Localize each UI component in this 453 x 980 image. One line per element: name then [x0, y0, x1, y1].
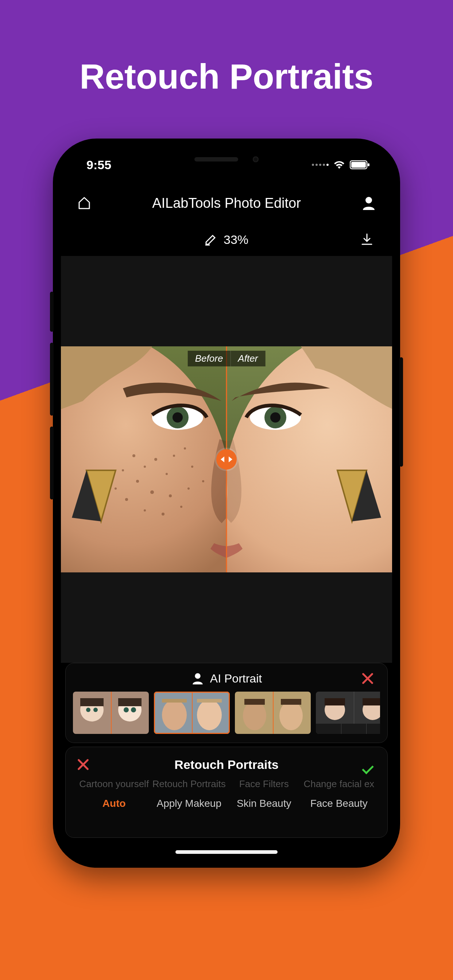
tab-apply-makeup[interactable]: Apply Makeup	[152, 798, 227, 810]
svg-rect-42	[192, 692, 193, 734]
home-button[interactable]	[75, 194, 93, 212]
battery-icon	[350, 160, 370, 170]
after-image	[226, 346, 392, 573]
svg-point-44	[197, 700, 222, 730]
retouch-title: Retouch Portraits	[92, 757, 361, 772]
svg-point-23	[115, 487, 117, 490]
effect-thumb-expression[interactable]	[316, 692, 380, 734]
svg-point-8	[132, 454, 135, 457]
close-ai-portrait-button[interactable]	[359, 670, 376, 687]
svg-point-40	[131, 707, 136, 713]
download-button[interactable]	[358, 231, 376, 248]
svg-rect-36	[118, 698, 142, 706]
muted-label: Change facial ex	[301, 778, 377, 790]
close-icon	[76, 757, 91, 772]
muted-label: Face Filters	[226, 778, 301, 790]
before-image	[61, 346, 226, 573]
effect-thumb-cartoon[interactable]	[73, 692, 149, 734]
phone-screen: 9:55 AILabTools Ph	[61, 146, 392, 860]
svg-point-18	[180, 506, 182, 508]
marketing-headline: Retouch Portraits	[0, 57, 453, 97]
svg-point-38	[93, 708, 98, 712]
svg-point-15	[125, 498, 128, 501]
svg-rect-49	[244, 699, 265, 705]
svg-rect-2	[368, 163, 370, 166]
svg-point-21	[202, 480, 204, 482]
compare-slider-handle[interactable]	[216, 449, 237, 469]
phone-notch	[148, 146, 305, 172]
svg-point-3	[365, 197, 372, 204]
tab-auto[interactable]: Auto	[77, 798, 152, 810]
svg-rect-50	[281, 699, 301, 705]
svg-rect-59	[366, 724, 367, 734]
svg-point-11	[166, 473, 168, 475]
zoom-value: 33%	[223, 232, 248, 247]
front-camera	[253, 156, 258, 162]
svg-point-37	[86, 708, 91, 712]
phone-volume-up	[50, 343, 54, 415]
cancel-retouch-button[interactable]	[74, 756, 92, 773]
muted-label: Cartoon yourself	[77, 778, 152, 790]
check-icon	[362, 757, 378, 773]
svg-point-24	[173, 455, 175, 457]
cellular-dots-icon	[312, 164, 329, 166]
speaker-grill	[195, 157, 238, 162]
svg-rect-1	[351, 162, 366, 168]
svg-point-19	[187, 487, 190, 490]
svg-point-29	[270, 412, 281, 423]
phone-side-button	[50, 292, 54, 332]
before-after-compare[interactable]: Before After	[61, 346, 392, 573]
phone-volume-down	[50, 426, 54, 500]
muted-label: Retouch Portraits	[152, 778, 227, 790]
before-label: Before	[188, 351, 231, 366]
svg-point-39	[124, 707, 129, 713]
svg-point-43	[162, 700, 187, 730]
svg-point-7	[172, 412, 183, 423]
home-icon	[77, 196, 91, 210]
svg-rect-32	[111, 692, 112, 734]
svg-point-30	[195, 673, 200, 678]
svg-point-25	[184, 447, 186, 450]
tab-face-beauty[interactable]: Face Beauty	[301, 798, 377, 810]
toolbar: 33%	[61, 227, 392, 252]
svg-point-12	[136, 480, 139, 483]
svg-rect-35	[80, 698, 104, 706]
person-icon	[191, 672, 204, 685]
svg-rect-55	[325, 698, 345, 705]
svg-point-22	[122, 469, 124, 471]
effect-thumbnails	[73, 692, 380, 734]
close-icon	[360, 671, 375, 686]
svg-point-48	[279, 701, 303, 730]
svg-rect-56	[362, 698, 380, 705]
svg-point-47	[243, 701, 266, 730]
svg-rect-57	[316, 724, 380, 734]
status-time: 9:55	[86, 158, 111, 172]
svg-point-13	[150, 490, 154, 494]
effect-thumb-retouch[interactable]	[154, 692, 230, 734]
confirm-retouch-button[interactable]	[361, 756, 379, 773]
svg-point-17	[161, 512, 164, 515]
profile-button[interactable]	[360, 194, 378, 212]
person-icon	[361, 196, 376, 211]
svg-point-20	[191, 466, 193, 468]
svg-point-10	[154, 458, 157, 461]
app-header: AILabTools Photo Editor	[61, 187, 392, 220]
editor-canvas: Before After	[61, 256, 392, 663]
svg-point-9	[144, 466, 146, 468]
svg-point-16	[144, 509, 146, 512]
pencil-icon	[205, 233, 217, 246]
zoom-control[interactable]: 33%	[205, 232, 248, 247]
retouch-options-panel: Retouch Portraits Cartoon yourself Retou…	[65, 747, 388, 838]
effect-thumb-filters[interactable]	[235, 692, 311, 734]
ai-portrait-panel: AI Portrait	[65, 663, 388, 743]
before-after-labels: Before After	[188, 351, 266, 366]
effect-names-row: Cartoon yourself Retouch Portraits Face …	[74, 778, 379, 790]
after-label: After	[231, 351, 265, 366]
home-indicator	[175, 850, 278, 854]
svg-rect-46	[273, 692, 274, 734]
ai-portrait-title: AI Portrait	[210, 672, 262, 686]
phone-frame: 9:55 AILabTools Ph	[53, 138, 400, 868]
tab-skin-beauty[interactable]: Skin Beauty	[226, 798, 301, 810]
wifi-icon	[333, 160, 345, 170]
download-icon	[360, 232, 374, 247]
